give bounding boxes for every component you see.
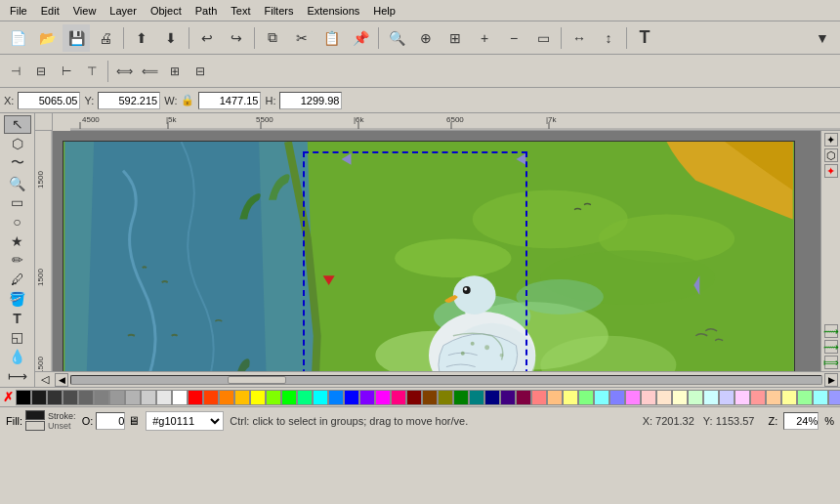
zoom-tool[interactable]: 🔍 — [4, 174, 31, 192]
color-swatch-41[interactable] — [656, 390, 672, 405]
color-swatch-28[interactable] — [453, 390, 469, 405]
color-swatch-11[interactable] — [188, 390, 203, 405]
drawing-canvas[interactable] — [63, 141, 795, 371]
menu-object[interactable]: Object — [145, 3, 188, 19]
color-swatch-16[interactable] — [266, 390, 281, 405]
color-swatch-21[interactable] — [344, 390, 359, 405]
zoom-sel[interactable]: ⊞ — [441, 24, 469, 52]
color-swatch-39[interactable] — [625, 390, 641, 405]
canvas-area[interactable] — [53, 131, 820, 371]
rect-tool[interactable]: ▭ — [4, 193, 31, 212]
menu-edit[interactable]: Edit — [35, 3, 65, 19]
text-tool[interactable]: T — [4, 309, 31, 327]
color-swatch-2[interactable] — [47, 390, 63, 405]
color-swatch-19[interactable] — [313, 390, 328, 405]
more-button[interactable]: ▼ — [809, 24, 836, 52]
color-swatch-1[interactable] — [31, 390, 47, 405]
gradient-tool[interactable]: ◱ — [4, 328, 31, 347]
align-center-btn[interactable]: ⊟ — [29, 60, 53, 83]
color-swatch-46[interactable] — [735, 390, 750, 405]
color-swatch-26[interactable] — [422, 390, 438, 405]
cut-button[interactable]: ✂ — [288, 24, 315, 52]
menu-text[interactable]: Text — [225, 3, 256, 19]
y-input[interactable] — [98, 92, 160, 109]
zoom-page[interactable]: ▭ — [529, 24, 557, 52]
hscroll-track[interactable] — [70, 375, 822, 385]
color-swatch-45[interactable] — [719, 390, 735, 405]
menu-path[interactable]: Path — [189, 3, 224, 19]
stroke-color-box[interactable] — [25, 421, 45, 431]
align-left-btn[interactable]: ⊣ — [4, 60, 27, 83]
color-swatch-20[interactable] — [328, 390, 344, 405]
group-selector[interactable]: #g10111 — [146, 411, 224, 431]
flip-h-button[interactable]: ↔ — [566, 24, 593, 52]
color-swatch-10[interactable] — [172, 390, 188, 405]
scroll-right[interactable]: ▶ — [824, 373, 838, 387]
dist-h-btn[interactable]: ⟺ — [112, 60, 136, 83]
node-tool[interactable]: ⬡ — [4, 135, 31, 153]
color-swatch-17[interactable] — [281, 390, 297, 405]
dist-d-btn[interactable]: ⊟ — [189, 60, 212, 83]
save-button[interactable]: 💾 — [63, 24, 90, 52]
menu-layer[interactable]: Layer — [104, 3, 143, 19]
dropper-tool[interactable]: 💧 — [4, 348, 31, 366]
color-swatch-47[interactable] — [750, 390, 766, 405]
color-swatch-13[interactable] — [219, 390, 234, 405]
snap-btn5[interactable]: ⟿ — [824, 340, 838, 354]
color-swatch-35[interactable] — [563, 390, 578, 405]
color-swatch-38[interactable] — [609, 390, 625, 405]
no-paint-btn[interactable]: ✗ — [0, 388, 16, 407]
lock-icon[interactable]: 🔒 — [181, 94, 194, 106]
w-input[interactable] — [198, 92, 261, 109]
color-swatch-12[interactable] — [203, 390, 219, 405]
color-swatch-48[interactable] — [766, 390, 781, 405]
menu-file[interactable]: File — [4, 3, 33, 19]
color-swatch-6[interactable] — [109, 390, 125, 405]
selector-tool[interactable]: ↖ — [4, 115, 31, 134]
color-swatch-27[interactable] — [438, 390, 453, 405]
paint-tool[interactable]: 🪣 — [4, 290, 31, 309]
undo-button[interactable]: ↩ — [193, 24, 221, 52]
menu-extensions[interactable]: Extensions — [301, 3, 365, 19]
color-swatch-36[interactable] — [578, 390, 594, 405]
align-top-btn[interactable]: ⊤ — [80, 60, 104, 83]
zoom-fit[interactable]: 🔍 — [383, 24, 410, 52]
tweak-tool[interactable]: 〜 — [4, 153, 31, 173]
color-swatch-23[interactable] — [375, 390, 391, 405]
copy-button[interactable]: 📋 — [317, 24, 345, 52]
print-button[interactable]: 🖨 — [92, 24, 119, 52]
color-swatch-14[interactable] — [234, 390, 250, 405]
h-input[interactable] — [279, 92, 342, 109]
color-swatch-9[interactable] — [156, 390, 172, 405]
zoom-out[interactable]: − — [500, 24, 527, 52]
redo-button[interactable]: ↪ — [223, 24, 250, 52]
snap-btn3[interactable]: ✦ — [824, 164, 838, 178]
x-input[interactable] — [18, 92, 80, 109]
snap-btn4[interactable]: ⟿ — [824, 324, 838, 338]
text-tool-tb[interactable]: T — [631, 24, 658, 52]
color-swatch-31[interactable] — [500, 390, 516, 405]
color-swatch-52[interactable] — [828, 390, 840, 405]
fill-color-box[interactable] — [25, 410, 45, 420]
color-swatch-37[interactable] — [594, 390, 609, 405]
color-swatch-42[interactable] — [672, 390, 688, 405]
color-swatch-18[interactable] — [297, 390, 313, 405]
snap-btn6[interactable]: ⟾ — [824, 356, 838, 369]
color-swatch-44[interactable] — [703, 390, 719, 405]
align-right-btn[interactable]: ⊢ — [55, 60, 78, 83]
menu-help[interactable]: Help — [367, 3, 401, 19]
color-swatch-30[interactable] — [484, 390, 500, 405]
flip-v-button[interactable]: ↕ — [595, 24, 622, 52]
color-swatch-32[interactable] — [516, 390, 531, 405]
scroll-left[interactable]: ◀ — [55, 373, 68, 387]
menu-view[interactable]: View — [67, 3, 103, 19]
color-swatch-5[interactable] — [94, 390, 109, 405]
snap-btn1[interactable]: ✦ — [824, 133, 838, 147]
color-swatch-25[interactable] — [406, 390, 422, 405]
color-swatch-4[interactable] — [78, 390, 94, 405]
circle-tool[interactable]: ○ — [4, 213, 31, 231]
zoom-in[interactable]: + — [471, 24, 498, 52]
dist-c-btn[interactable]: ⊞ — [163, 60, 187, 83]
pencil-tool[interactable]: ✏ — [4, 251, 31, 270]
color-swatch-50[interactable] — [797, 390, 813, 405]
